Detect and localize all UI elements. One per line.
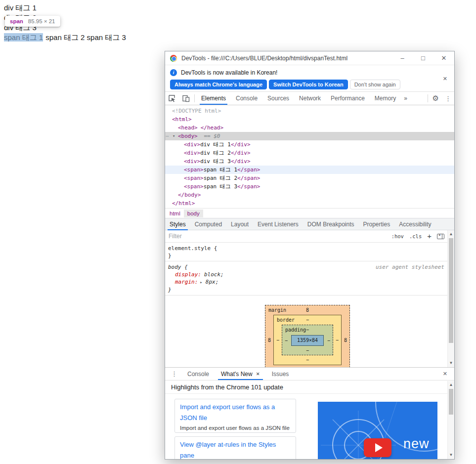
device-toolbar-icon[interactable]	[179, 94, 193, 102]
breadcrumb-html[interactable]: html	[166, 210, 184, 217]
drawer-kebab-menu-icon[interactable]: ⋮	[167, 370, 181, 378]
window-controls: – □ ✕	[392, 51, 454, 65]
box-model-padding[interactable]: padding− − 1359×84 − −	[282, 325, 333, 355]
box-model-content-size[interactable]: 1359×84	[291, 335, 324, 346]
card-description: Import and export user flows as a JSON f…	[180, 425, 291, 433]
box-model-margin[interactable]: margin8 8 border− − padding− − 1359×84	[265, 305, 350, 367]
drawer-tab-whats-new[interactable]: What's New✕	[215, 368, 266, 380]
scrollbar-thumb[interactable]	[449, 389, 453, 415]
box-model-diagram: margin8 8 border− − padding− − 1359×84	[265, 305, 350, 367]
style-rule-body[interactable]: user agent stylesheetbody { display:bloc…	[165, 261, 454, 295]
whats-new-card: View @layer at-rules in the Styles pane …	[174, 436, 296, 459]
new-style-rule-icon[interactable]: +	[427, 234, 432, 239]
dom-node-head[interactable]: <head></head>	[165, 124, 454, 132]
padding-top-value[interactable]: −	[306, 327, 309, 333]
dom-node-div3[interactable]: <div>div 태그 3</div>	[165, 157, 454, 166]
settings-gear-icon[interactable]: ⚙	[430, 94, 442, 103]
dom-node-div1[interactable]: <div>div 태그 1</div>	[165, 140, 454, 149]
tab-sources[interactable]: Sources	[262, 92, 294, 105]
drawer-close-icon[interactable]: ✕	[443, 371, 447, 377]
dont-show-again-button[interactable]: Don't show again	[350, 80, 400, 89]
inspect-element-icon[interactable]	[165, 94, 179, 102]
scroll-down-icon[interactable]: ▼	[448, 452, 454, 458]
tab-computed[interactable]: Computed	[190, 218, 226, 230]
border-top-value[interactable]: −	[306, 317, 309, 323]
tab-event-listeners[interactable]: Event Listeners	[253, 218, 303, 230]
styles-scrollbar[interactable]: ▲ ▼	[447, 230, 454, 367]
styles-filter-input[interactable]	[169, 233, 391, 240]
infobar-close-icon[interactable]: ✕	[443, 76, 447, 82]
padding-right-value[interactable]: −	[325, 338, 333, 343]
drawer-tabs: ⋮ Console What's New✕ Issues ✕	[165, 368, 454, 380]
style-rule-element[interactable]: element.style { }	[165, 243, 454, 261]
tab-layout[interactable]: Layout	[226, 218, 253, 230]
padding-bottom-value[interactable]: −	[306, 348, 309, 353]
card-title-link[interactable]: View @layer at-rules in the Styles pane	[180, 439, 291, 459]
switch-devtools-korean-button[interactable]: Switch DevTools to Korean	[269, 80, 348, 89]
expand-arrow-icon[interactable]: ▾	[173, 132, 175, 140]
dom-node-span1[interactable]: <span>span 태그 1</span>	[165, 166, 454, 174]
tab-performance[interactable]: Performance	[326, 92, 370, 105]
breadcrumb-body[interactable]: body	[184, 210, 203, 217]
maximize-button[interactable]: □	[413, 51, 433, 65]
dom-node-body-close[interactable]: </body>	[165, 191, 454, 199]
border-bottom-value[interactable]: −	[306, 357, 309, 363]
stylesheet-origin: user agent stylesheet	[376, 263, 451, 271]
close-tab-icon[interactable]: ✕	[256, 371, 260, 377]
drawer-tab-console[interactable]: Console	[181, 368, 215, 380]
window-titlebar: DevTools - file:///C:/Users/BLUE/Desktop…	[165, 51, 454, 65]
tab-accessibility[interactable]: Accessibility	[394, 218, 435, 230]
margin-left-value[interactable]: 8	[265, 337, 273, 343]
close-button[interactable]: ✕	[433, 51, 454, 65]
toggle-class-state[interactable]: .cls	[409, 233, 422, 239]
padding-left-value[interactable]: −	[282, 338, 290, 343]
css-property-display[interactable]: display:block;	[168, 271, 451, 278]
node-options-dots-icon[interactable]: ⋯	[166, 132, 169, 140]
margin-right-value[interactable]: 8	[342, 337, 349, 343]
dom-node-html-open[interactable]: <html>	[165, 115, 454, 124]
rule-selector[interactable]: element.style {	[168, 245, 451, 252]
dom-node-body[interactable]: ⋯ ▾ <body> == $0	[165, 132, 454, 140]
scrollbar-thumb[interactable]	[449, 238, 453, 343]
drawer-panel: ⋮ Console What's New✕ Issues ✕ Highlight…	[165, 367, 454, 459]
border-left-value[interactable]: −	[274, 337, 282, 343]
tab-network[interactable]: Network	[294, 92, 326, 105]
tab-properties[interactable]: Properties	[359, 218, 395, 230]
tab-console[interactable]: Console	[231, 92, 262, 105]
play-button-icon[interactable]	[364, 438, 391, 457]
scroll-down-icon[interactable]: ▼	[448, 360, 454, 366]
dollar-zero-annotation: == $0	[204, 133, 220, 139]
css-property-margin[interactable]: margin:▸8px;	[168, 278, 451, 286]
video-thumbnail[interactable]: new	[318, 402, 437, 459]
minimize-button[interactable]: –	[392, 51, 413, 65]
dom-node-div2[interactable]: <div>div 태그 2</div>	[165, 149, 454, 157]
dom-node-doctype[interactable]: <!DOCTYPE html>	[165, 107, 454, 115]
dom-node-span2[interactable]: <span>span 태그 2</span>	[165, 174, 454, 182]
dom-node-html-close[interactable]: </html>	[165, 199, 454, 208]
dom-node-span3[interactable]: <span>span 태그 3</span>	[165, 182, 454, 191]
toolbar-separator	[428, 94, 428, 102]
border-right-value[interactable]: −	[333, 337, 341, 343]
drawer-tab-issues[interactable]: Issues	[266, 368, 295, 380]
drawer-scrollbar[interactable]: ▲ ▼	[447, 381, 454, 459]
box-model-border[interactable]: border− − padding− − 1359×84 − −	[273, 315, 342, 365]
dock-sidebar-icon[interactable]	[437, 234, 444, 239]
page-text-line: span 태그 1span 태그 2 span 태그 3	[4, 33, 126, 42]
tab-elements[interactable]: Elements	[196, 92, 231, 105]
tab-dom-breakpoints[interactable]: DOM Breakpoints	[303, 218, 359, 230]
margin-top-value[interactable]: 8	[306, 307, 309, 313]
card-title-link[interactable]: Import and export user flows as a JSON f…	[180, 402, 291, 423]
always-match-language-button[interactable]: Always match Chrome's language	[170, 80, 267, 89]
toolbar-separator	[194, 94, 195, 102]
kebab-menu-icon[interactable]: ⋮	[442, 95, 454, 102]
scroll-up-icon[interactable]: ▲	[448, 382, 454, 388]
toggle-hover-state[interactable]: :hov	[391, 233, 404, 239]
more-tabs-chevron-icon[interactable]: »	[401, 95, 410, 102]
expand-shorthand-icon[interactable]: ▸	[200, 280, 202, 285]
scroll-up-icon[interactable]: ▲	[448, 231, 454, 237]
tab-styles[interactable]: Styles	[165, 218, 190, 230]
rule-selector[interactable]: body {	[168, 264, 188, 270]
tab-memory[interactable]: Memory	[370, 92, 401, 105]
styles-filter-row: :hov .cls +	[165, 230, 454, 243]
rule-close-brace: }	[168, 286, 451, 294]
